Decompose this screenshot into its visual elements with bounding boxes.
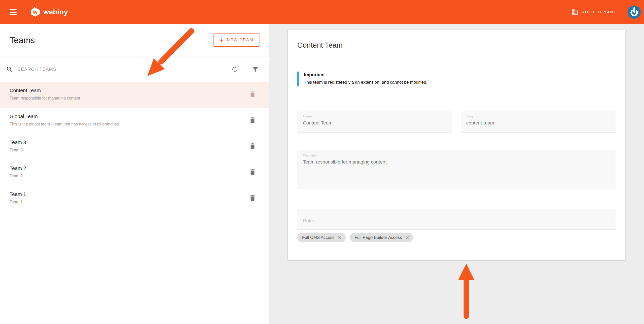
role-chip-full-cms-access: Full CMS Access ✕ — [297, 233, 346, 242]
teams-list: Content Team Team responsible for managi… — [0, 82, 269, 212]
chip-close-icon[interactable]: ✕ — [338, 235, 342, 240]
alert-title: Important — [304, 72, 616, 78]
role-chip-full-page-builder-access: Full Page Builder Access ✕ — [350, 233, 413, 242]
team-list-item-team-2[interactable]: Team 2 Team 2 — [0, 160, 269, 186]
name-field-value: Content Team — [303, 120, 447, 126]
teams-toolbar: Teams + NEW TEAM — [0, 24, 269, 56]
search-input[interactable] — [18, 67, 230, 72]
roles-field: Roles — [297, 209, 616, 230]
name-field-label: Name — [303, 114, 447, 118]
page-title: Teams — [10, 35, 35, 45]
description-field-label: Description — [303, 153, 610, 157]
svg-text:W: W — [33, 10, 38, 15]
team-description: Team 1 — [10, 200, 239, 204]
refresh-icon — [231, 66, 239, 73]
role-chip-label: Full CMS Access — [302, 235, 334, 240]
hamburger-menu-icon[interactable] — [6, 5, 21, 20]
gravatar-power-icon — [627, 5, 641, 19]
team-name: Team 2 — [10, 166, 239, 171]
search-bar — [0, 56, 269, 82]
chip-close-icon[interactable]: ✕ — [405, 235, 409, 240]
webiny-hexagon-icon: W — [30, 7, 40, 18]
team-description: Team 3 — [10, 148, 239, 152]
filter-button[interactable] — [250, 64, 260, 74]
plus-icon: + — [220, 37, 223, 43]
delete-team-button[interactable] — [249, 116, 256, 125]
roles-field-label: Roles — [303, 218, 315, 223]
tenant-label: ROOT TENANT — [582, 10, 617, 14]
description-field: Description Team responsible for managin… — [297, 150, 616, 189]
slug-field-label: Slug — [466, 114, 610, 118]
roles-chips: Full CMS Access ✕ Full Page Builder Acce… — [297, 233, 616, 242]
delete-team-button[interactable] — [249, 142, 256, 151]
filter-icon — [252, 66, 259, 73]
teams-list-panel: Teams + NEW TEAM — [0, 24, 269, 324]
team-list-item-content-team[interactable]: Content Team Team responsible for managi… — [0, 82, 269, 108]
team-name: Team 3 — [10, 140, 239, 145]
team-list-item-global-team[interactable]: Global Team This is the global team - te… — [0, 108, 269, 134]
team-name: Content Team — [10, 88, 239, 93]
trash-icon — [249, 168, 256, 176]
webiny-logo[interactable]: W webiny — [30, 7, 68, 18]
delete-team-button[interactable] — [249, 90, 256, 99]
webiny-wordmark: webiny — [43, 8, 68, 16]
delete-team-button[interactable] — [249, 194, 256, 203]
name-field: Name Content Team — [297, 111, 452, 133]
trash-icon — [249, 116, 256, 124]
slug-field: Slug content-team — [461, 111, 616, 133]
team-description: Team 2 — [10, 174, 239, 178]
trash-icon — [249, 90, 256, 98]
description-field-value: Team responsible for managing content — [303, 159, 610, 165]
team-detail-header: Content Team — [288, 30, 625, 61]
alert-message: This team is registered via an extension… — [304, 80, 616, 85]
annotation-arrow-up — [458, 264, 474, 316]
building-icon — [572, 9, 579, 15]
app-bar: W webiny ROOT TENANT — [0, 0, 644, 24]
webiny-admin-page: W webiny ROOT TENANT Teams — [0, 0, 644, 324]
team-list-item-team-3[interactable]: Team 3 Team 3 — [0, 134, 269, 160]
user-avatar[interactable] — [627, 5, 641, 19]
tenant-selector[interactable]: ROOT TENANT — [572, 9, 617, 15]
team-detail-card: Content Team Important This team is regi… — [288, 30, 625, 260]
trash-icon — [249, 142, 256, 150]
team-description: This is the global team - team that has … — [10, 122, 239, 126]
team-name: Team 1 — [10, 191, 239, 197]
new-team-button[interactable]: + NEW TEAM — [213, 34, 260, 47]
refresh-button[interactable] — [230, 64, 240, 75]
important-alert: Important This team is registered via an… — [297, 72, 616, 86]
role-chip-label: Full Page Builder Access — [354, 235, 402, 240]
new-team-button-label: NEW TEAM — [227, 38, 254, 42]
team-name: Global Team — [10, 114, 239, 119]
delete-team-button[interactable] — [249, 168, 256, 177]
slug-field-value: content-team — [466, 120, 610, 126]
trash-icon — [249, 194, 256, 202]
team-detail-title: Content Team — [297, 41, 343, 49]
search-icon — [6, 66, 13, 73]
team-description: Team responsible for managing content — [10, 96, 239, 101]
team-detail-body: Important This team is registered via an… — [288, 61, 625, 242]
team-list-item-team-1[interactable]: Team 1 Team 1 — [0, 186, 269, 212]
